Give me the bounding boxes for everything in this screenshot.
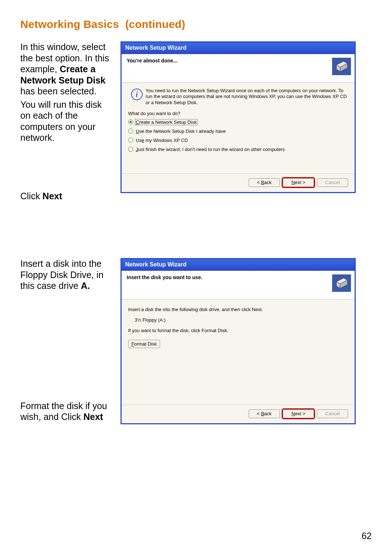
instr2-a: Insert a disk into the Floppy Disk Drive… (20, 258, 103, 291)
page-number: 62 (362, 531, 372, 541)
next-button[interactable]: Next > (283, 409, 314, 418)
radio-icon (128, 119, 133, 125)
instruction-text-1: In this window, select the best option. … (20, 41, 111, 204)
radio-just-finish[interactable]: Just finish the wizard; I don't need to … (128, 146, 348, 152)
wizard2-drive: 3½ Floppy (A:) (135, 317, 348, 323)
wizard-body-2: Insert a disk the into the following dis… (122, 299, 355, 405)
instr1-b: has been selected. (20, 86, 97, 96)
wizard-question: What do you want to do? (128, 111, 348, 116)
section-1: In this window, select the best option. … (20, 41, 374, 204)
wizard2-line1: Insert a disk the into the following dis… (128, 307, 348, 312)
wizard-info-text: You need to run the Network Setup Wizard… (146, 88, 348, 106)
radio-icon (128, 128, 133, 134)
instr1-p3bold: Next (42, 191, 62, 201)
wizard-titlebar-1: Network Setup Wizard (122, 42, 355, 54)
wizard-footer-2: < Back Next > Cancel (122, 405, 355, 423)
wizard-footer-1: < Back Next > Cancel (122, 174, 355, 192)
cancel-button[interactable]: Cancel (317, 409, 348, 418)
wizard-header-text-1: You're almost done... (127, 58, 332, 75)
radio-icon (128, 147, 133, 152)
wizard-window-2: Network Setup Wizard Insert the disk you… (121, 258, 356, 424)
wizard-titlebar-2: Network Setup Wizard (122, 259, 355, 271)
radio-label: Use my Windows XP CD (135, 137, 189, 143)
wizard-header-2: Insert the disk you want to use. (122, 271, 355, 299)
cancel-button[interactable]: Cancel (317, 178, 348, 187)
radio-label: Just finish the wizard; I don't need to … (135, 146, 286, 152)
page-heading: Networking Basics (continued) (20, 18, 374, 30)
section-2: Insert a disk into the Floppy Disk Drive… (20, 258, 374, 425)
wizard2-line2: If you want to format the disk, click Fo… (128, 328, 348, 333)
radio-label: Create a Network Setup Disk (135, 119, 197, 125)
radio-create-disk[interactable]: Create a Network Setup Disk (128, 119, 348, 125)
instr2-p2bold: Next (83, 412, 103, 422)
info-icon: i (131, 89, 143, 100)
network-device-icon (332, 58, 351, 75)
wizard-body-1: i You need to run the Network Setup Wiza… (122, 83, 355, 174)
format-disk-button[interactable]: Format Disk (128, 340, 160, 348)
radio-use-existing-disk[interactable]: Use the Network Setup Disk I already hav… (128, 128, 348, 134)
back-button[interactable]: < Back (249, 409, 280, 418)
wizard-header-1: You're almost done... (122, 54, 355, 83)
radio-icon (128, 138, 133, 143)
wizard-header-text-2: Insert the disk you want to use. (127, 274, 332, 292)
radio-label: Use the Network Setup Disk I already hav… (135, 128, 226, 134)
instr2-bold: A. (81, 281, 90, 291)
instruction-text-2: Insert a disk into the Floppy Disk Drive… (20, 258, 111, 425)
instr1-p3a: Click (20, 191, 42, 201)
network-device-icon (332, 274, 351, 292)
next-button[interactable]: Next > (283, 178, 314, 187)
instr1-p2: You will run this disk on each of the co… (20, 99, 111, 143)
wizard-window-1: Network Setup Wizard You're almost done.… (121, 41, 356, 193)
radio-use-xp-cd[interactable]: Use my Windows XP CD (128, 137, 348, 143)
back-button[interactable]: < Back (249, 178, 280, 187)
